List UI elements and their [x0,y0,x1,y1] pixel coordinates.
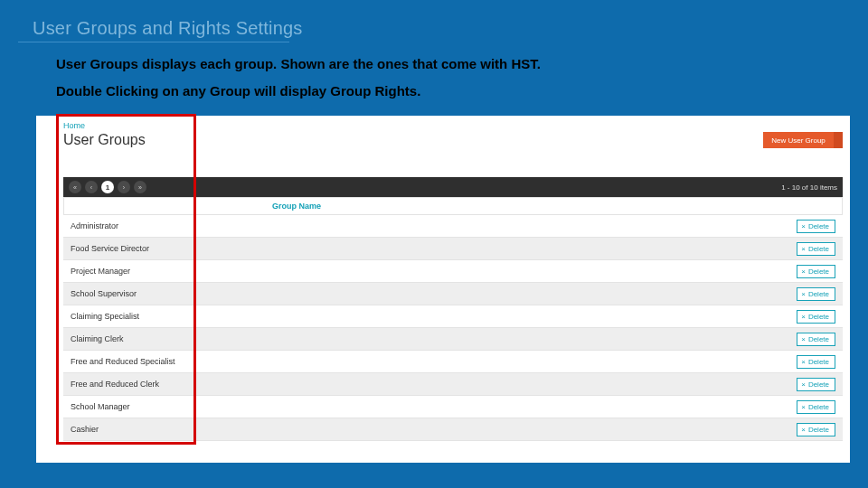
new-user-group-button[interactable]: New User Group [763,132,834,148]
delete-button[interactable]: ×Delete [797,310,835,324]
delete-label: Delete [808,313,829,321]
breadcrumb[interactable]: Home [63,121,85,130]
group-name-cell: Administrator [71,221,118,230]
pager-current-page[interactable]: 1 [101,181,114,193]
table-row[interactable]: Claiming Clerk ×Delete [63,328,843,351]
group-name-cell: Free and Reduced Clerk [71,380,159,389]
close-icon: × [801,314,806,321]
table-row[interactable]: Free and Reduced Clerk ×Delete [63,373,843,396]
group-name-cell: Cashier [71,425,99,434]
delete-label: Delete [808,222,829,230]
app-screenshot: Home User Groups New User Group « ‹ 1 › … [36,116,850,463]
table-row[interactable]: Claiming Specialist ×Delete [63,305,843,328]
table-row[interactable]: Cashier ×Delete [63,418,843,441]
delete-label: Delete [808,245,829,253]
delete-button[interactable]: ×Delete [797,355,835,369]
group-name-cell: Food Service Director [71,244,149,253]
pager-info: 1 - 10 of 10 items [781,183,837,192]
close-icon: × [801,268,806,276]
caption-line-1: User Groups displays each group. Shown a… [56,56,541,71]
delete-label: Delete [808,335,829,343]
delete-button[interactable]: ×Delete [797,423,835,436]
group-name-cell: Free and Reduced Specialist [71,357,175,366]
group-name-cell: Project Manager [71,267,130,276]
group-name-cell: School Manager [71,402,130,411]
delete-label: Delete [808,426,829,434]
delete-label: Delete [808,380,829,389]
delete-button[interactable]: ×Delete [797,400,835,414]
column-header-group-name[interactable]: Group Name [272,202,321,211]
close-icon: × [801,336,806,343]
title-underline [18,42,289,42]
group-name-cell: School Supervisor [71,289,137,298]
pager-first-button[interactable]: « [69,181,81,193]
table-body: Administrator ×Delete Food Service Direc… [63,215,843,441]
close-icon: × [801,291,806,298]
delete-button[interactable]: ×Delete [797,242,835,256]
delete-button[interactable]: ×Delete [797,220,835,233]
group-name-cell: Claiming Clerk [71,334,124,343]
slide-title: User Groups and Rights Settings [33,18,303,39]
close-icon: × [801,246,806,253]
close-icon: × [801,223,806,230]
table-header: Group Name [63,197,843,215]
delete-button[interactable]: ×Delete [797,265,835,278]
delete-button[interactable]: ×Delete [797,287,835,301]
close-icon: × [801,381,806,389]
delete-label: Delete [808,358,829,366]
pager-bar: « ‹ 1 › » 1 - 10 of 10 items [63,177,843,197]
group-name-cell: Claiming Specialist [71,312,139,321]
close-icon: × [801,359,806,366]
delete-button[interactable]: ×Delete [797,333,835,346]
delete-button[interactable]: ×Delete [797,378,835,391]
page-title: User Groups [63,132,146,148]
delete-label: Delete [808,267,829,276]
table-row[interactable]: Administrator ×Delete [63,215,843,238]
table-row[interactable]: School Supervisor ×Delete [63,283,843,305]
pager-last-button[interactable]: » [134,181,146,193]
delete-label: Delete [808,403,829,411]
pager-prev-button[interactable]: ‹ [85,181,98,193]
table-row[interactable]: Free and Reduced Specialist ×Delete [63,351,843,373]
new-user-group-dropdown-icon[interactable] [834,132,843,148]
close-icon: × [801,427,806,434]
pager-next-button[interactable]: › [118,181,130,193]
close-icon: × [801,404,806,411]
table-row[interactable]: Food Service Director ×Delete [63,238,843,260]
table-row[interactable]: School Manager ×Delete [63,396,843,418]
table-row[interactable]: Project Manager ×Delete [63,260,843,283]
caption-line-2: Double Clicking on any Group will displa… [56,83,420,99]
delete-label: Delete [808,290,829,298]
